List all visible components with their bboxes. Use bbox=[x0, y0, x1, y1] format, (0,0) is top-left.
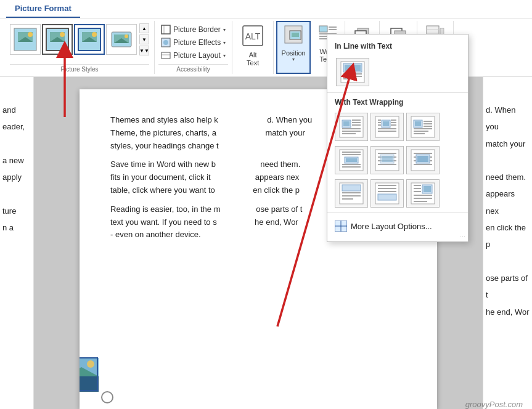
format-btn-group: Picture Border ▾ Picture Effects ▾ Pictu… bbox=[158, 21, 228, 64]
wrap-in-front-text-btn[interactable] bbox=[406, 146, 440, 174]
svg-rect-64 bbox=[383, 121, 389, 126]
style-scroll: ▲ ▼ ▼▼ bbox=[139, 23, 149, 55]
alt-text-icon: ALT bbox=[242, 25, 264, 51]
wrap-through-btn[interactable] bbox=[406, 113, 440, 141]
wrap-text-dropdown-popup: In Line with Text With Text Wrapping bbox=[327, 34, 469, 242]
ribbon-tab-bar: Picture Format bbox=[0, 0, 532, 18]
svg-rect-108 bbox=[375, 183, 399, 204]
svg-rect-104 bbox=[342, 185, 361, 191]
wrap-option-7[interactable] bbox=[335, 179, 368, 208]
svg-point-3 bbox=[28, 32, 33, 37]
watermark: groovyPost.com bbox=[465, 400, 523, 409]
svg-point-19 bbox=[163, 40, 168, 45]
picture-effects-btn[interactable]: Picture Effects ▾ bbox=[158, 36, 228, 49]
svg-rect-28 bbox=[319, 26, 327, 32]
svg-rect-95 bbox=[382, 156, 393, 162]
resize-handle[interactable]: ⋯ bbox=[460, 234, 465, 240]
border-dropdown-arrow: ▾ bbox=[223, 27, 226, 33]
wrap-behind-text-btn[interactable] bbox=[370, 146, 404, 174]
left-line6 bbox=[2, 185, 31, 202]
left-line2: eader, bbox=[2, 118, 31, 135]
svg-rect-44 bbox=[80, 376, 99, 392]
wrap-square-btn[interactable] bbox=[335, 113, 368, 141]
left-line5: apply bbox=[2, 169, 31, 185]
section-picture-styles: ▲ ▼ ▼▼ Picture Styles bbox=[5, 21, 155, 74]
position-icon bbox=[284, 25, 303, 48]
wrap-top-bottom-btn[interactable] bbox=[335, 146, 368, 174]
svg-rect-118 bbox=[424, 186, 431, 192]
picture-layout-icon bbox=[161, 51, 171, 60]
effects-dropdown-arrow: ▾ bbox=[223, 40, 226, 46]
wrap-option-8[interactable] bbox=[370, 179, 404, 208]
svg-rect-20 bbox=[162, 52, 170, 59]
circle-handle bbox=[101, 391, 113, 403]
tab-picture-format[interactable]: Picture Format bbox=[6, 0, 80, 18]
alt-text-label: AltText bbox=[247, 51, 259, 67]
picture-effects-icon bbox=[161, 38, 171, 47]
svg-rect-16 bbox=[162, 25, 170, 34]
section-picture-format-options: Picture Border ▾ Picture Effects ▾ Pictu… bbox=[155, 21, 232, 74]
wrap-option-9[interactable] bbox=[406, 179, 440, 208]
more-layout-icon bbox=[335, 221, 347, 232]
left-line4: a new bbox=[2, 152, 31, 169]
position-btn[interactable]: Position ▾ bbox=[276, 21, 311, 74]
style-thumb-4[interactable] bbox=[106, 24, 137, 55]
wrapping-row-3 bbox=[327, 177, 468, 210]
alt-text-btn[interactable]: ALT AltText bbox=[237, 23, 268, 68]
svg-rect-102 bbox=[417, 156, 428, 162]
more-layout-options-btn[interactable]: More Layout Options... bbox=[327, 216, 468, 237]
layout-dropdown-arrow: ▾ bbox=[223, 53, 226, 59]
accessibility-label: Accessibility bbox=[158, 64, 228, 74]
svg-rect-86 bbox=[346, 158, 357, 162]
style-thumb-2[interactable] bbox=[42, 24, 73, 55]
right-text-strip: d. When you match your need them. appear… bbox=[483, 77, 532, 409]
svg-rect-55 bbox=[343, 121, 350, 126]
svg-point-15 bbox=[125, 34, 128, 38]
svg-text:ALT: ALT bbox=[245, 31, 261, 41]
style-thumb-1[interactable] bbox=[10, 24, 41, 55]
left-line8: n a bbox=[2, 219, 31, 236]
picture-layout-btn[interactable]: Picture Layout ▾ bbox=[158, 49, 228, 62]
inline-text-option-row bbox=[327, 54, 468, 90]
layout-inline-btn[interactable] bbox=[336, 58, 369, 86]
inline-section-title: In Line with Text bbox=[327, 39, 468, 54]
svg-rect-27 bbox=[292, 33, 299, 37]
wrap-tight-btn[interactable] bbox=[370, 113, 404, 141]
picture-styles-label: Picture Styles bbox=[10, 64, 149, 74]
position-dropdown: ▾ bbox=[292, 57, 295, 62]
small-image bbox=[80, 357, 98, 391]
svg-rect-49 bbox=[345, 65, 361, 71]
svg-point-7 bbox=[60, 32, 65, 37]
position-label: Position bbox=[282, 49, 306, 57]
divider-2 bbox=[327, 213, 468, 213]
picture-border-btn[interactable]: Picture Border ▾ bbox=[158, 23, 228, 36]
svg-rect-112 bbox=[378, 194, 396, 200]
svg-point-11 bbox=[92, 32, 97, 37]
svg-point-46 bbox=[87, 360, 94, 368]
left-line7: ture bbox=[2, 203, 31, 219]
scroll-down-btn[interactable]: ▼ bbox=[139, 34, 149, 44]
wrapping-row-1 bbox=[327, 110, 468, 144]
left-line1: and bbox=[2, 102, 31, 118]
style-thumb-3[interactable] bbox=[74, 24, 105, 55]
wrapping-section-title: With Text Wrapping bbox=[327, 95, 468, 110]
scroll-more-btn[interactable]: ▼▼ bbox=[139, 46, 149, 55]
section-alt-text: ALT AltText bbox=[232, 21, 274, 74]
scroll-up-btn[interactable]: ▲ bbox=[139, 23, 149, 33]
left-line3 bbox=[2, 136, 31, 152]
left-text-strip: and eader, a new apply ture n a bbox=[0, 77, 34, 409]
style-thumbnails: ▲ ▼ ▼▼ bbox=[10, 21, 149, 58]
divider-1 bbox=[327, 92, 468, 93]
wrapping-row-2 bbox=[327, 144, 468, 177]
picture-border-icon bbox=[161, 25, 171, 34]
svg-rect-75 bbox=[415, 121, 421, 126]
